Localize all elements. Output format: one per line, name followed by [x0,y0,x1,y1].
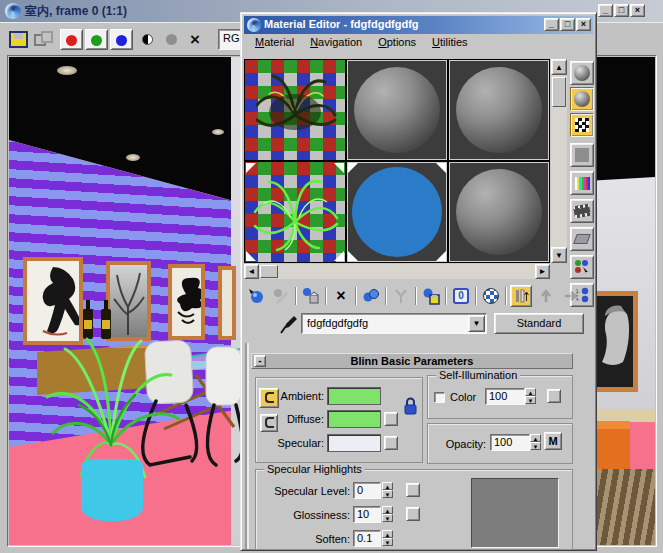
material-slot-3[interactable] [448,59,550,161]
spin-down-icon[interactable]: ▼ [525,396,536,404]
make-preview-button[interactable] [570,199,594,223]
put-to-library-button[interactable] [420,285,442,307]
scroll-up-button[interactable]: ▲ [551,59,567,75]
minimize-button[interactable]: _ [598,4,613,17]
material-id-channel-button[interactable]: 0 [450,285,472,307]
ceiling-light [212,129,224,135]
close-button[interactable]: × [630,4,645,17]
spin-up-icon[interactable]: ▲ [382,482,393,490]
material-editor-window: Material Editor - fdgfdgdfgdfg _ □ × Mat… [240,12,597,551]
soften-value[interactable]: 0.1 [353,530,381,547]
opacity-spinner[interactable]: ▲▼ [530,434,541,450]
get-material-button[interactable] [245,285,267,307]
reset-map-mtl-button[interactable]: × [330,285,352,307]
diffuse-map-button[interactable] [384,412,398,426]
material-type-button[interactable]: Standard [494,313,584,334]
select-by-material-button[interactable] [570,255,594,279]
scrollbar-thumb[interactable] [260,265,278,278]
menu-options[interactable]: Options [372,35,422,51]
self-illumination-color-checkbox[interactable] [434,392,445,403]
ambient-label: Ambient: [258,390,324,402]
put-material-to-scene-button[interactable] [270,285,292,307]
material-name-dropdown-button[interactable]: ▼ [468,315,485,332]
slots-horizontal-scrollbar[interactable]: ◄ ► [244,264,550,279]
opacity-value[interactable]: 100 [490,434,530,451]
toolbar-separator [505,287,507,305]
clear-button[interactable]: × [190,30,200,50]
diffuse-color-swatch[interactable] [327,410,381,428]
save-bitmap-icon[interactable] [9,31,28,48]
material-slot-1[interactable] [244,59,346,161]
collapse-icon[interactable]: - [254,355,266,367]
specular-level-map-button[interactable] [406,483,420,497]
video-color-check-button[interactable] [570,171,594,195]
maximize-button[interactable]: □ [560,18,575,31]
backlight-button[interactable] [570,87,594,111]
blue-channel-button[interactable] [110,29,133,50]
material-slot-5-blue[interactable] [346,161,448,263]
make-unique-button[interactable] [390,285,412,307]
make-material-copy-button[interactable] [360,285,382,307]
maximize-button[interactable]: □ [614,4,629,17]
material-editor-titlebar[interactable]: Material Editor - fdgfdgdfgdfg _ □ × [244,16,593,34]
scroll-left-button[interactable]: ◄ [244,264,259,279]
show-end-result-button[interactable] [510,285,532,307]
monochrome-button[interactable] [136,29,159,50]
assign-material-to-selection-button[interactable] [300,285,322,307]
self-illumination-value[interactable]: 100 [485,388,525,405]
spin-down-icon[interactable]: ▼ [382,514,393,522]
glossiness-spinner[interactable]: ▲▼ [382,506,393,522]
scroll-right-button[interactable]: ► [535,264,550,279]
go-to-parent-button[interactable] [535,285,557,307]
material-slot-6[interactable] [448,161,550,263]
spin-down-icon[interactable]: ▼ [382,490,393,498]
slots-vertical-scrollbar[interactable]: ▲ ▼ [551,59,567,263]
self-illumination-map-button[interactable] [547,389,561,403]
minimize-button[interactable]: _ [544,18,559,31]
specular-level-value[interactable]: 0 [353,482,381,499]
pick-material-from-object-button[interactable] [279,314,297,334]
opacity-map-button[interactable]: M [544,432,562,450]
spin-up-icon[interactable]: ▲ [530,434,541,442]
background-button[interactable] [570,113,594,137]
spin-up-icon[interactable]: ▲ [382,530,393,538]
rollout-blinn-basic-parameters[interactable]: - Blinn Basic Parameters [251,353,573,369]
sample-type-button[interactable] [570,61,594,85]
menu-navigation[interactable]: Navigation [304,35,368,51]
red-channel-button[interactable] [60,29,83,50]
menu-material[interactable]: Material [249,35,300,51]
sample-uv-tiling-button[interactable] [570,143,594,167]
menu-utilities[interactable]: Utilities [426,35,473,51]
show-map-icon [482,287,500,305]
glossiness-value[interactable]: 10 [353,506,381,523]
lock-maps-padlock-icon[interactable] [403,396,418,416]
ambient-color-swatch[interactable] [327,387,381,405]
self-illumination-label: Self-Illumination [436,369,520,381]
scrollbar-thumb[interactable] [552,77,566,107]
material-slot-4-active[interactable] [244,161,346,263]
specular-level-spinner[interactable]: ▲▼ [382,482,393,498]
spin-up-icon[interactable]: ▲ [382,506,393,514]
options-button[interactable] [570,227,594,251]
specular-map-button[interactable] [384,436,398,450]
material-slot-2[interactable] [346,59,448,161]
alpha-channel-button[interactable] [160,29,183,50]
glossiness-map-button[interactable] [406,507,420,521]
spin-down-icon[interactable]: ▼ [530,442,541,450]
material-name-field[interactable]: fdgfdgdfgdfg ▼ [301,313,487,334]
scroll-down-button[interactable]: ▼ [551,247,567,263]
spin-up-icon[interactable]: ▲ [525,388,536,396]
specular-color-swatch[interactable] [327,434,381,452]
picture-partial [218,266,236,340]
hot-material-corner [348,251,358,261]
self-illumination-spinner[interactable]: ▲▼ [525,388,536,404]
green-channel-button[interactable] [85,29,108,50]
spin-down-icon[interactable]: ▼ [382,538,393,546]
clone-rendered-frame-icon[interactable] [34,31,54,48]
go-forward-to-sibling-button[interactable] [560,285,582,307]
basic-colors-group: Ambient: Diffuse: Specular: [255,377,423,463]
show-map-in-viewport-button[interactable] [480,285,502,307]
close-button[interactable]: × [576,18,591,31]
soften-spinner[interactable]: ▲▼ [382,530,393,546]
monochrome-icon [142,34,153,45]
